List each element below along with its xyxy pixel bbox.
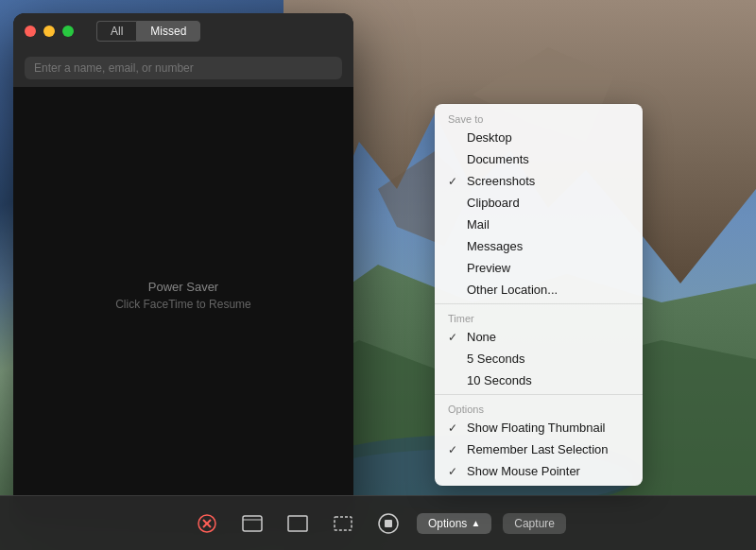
menu-item-preview[interactable]: Preview bbox=[435, 257, 643, 279]
mouse-pointer-label: Show Mouse Pointer bbox=[467, 464, 629, 478]
mail-label: Mail bbox=[467, 217, 629, 232]
options-dropdown-menu: Save to Desktop Documents ✓ Screenshots … bbox=[435, 104, 643, 486]
search-bar-container bbox=[13, 49, 353, 87]
window-capture-button[interactable] bbox=[235, 507, 269, 541]
tab-all[interactable]: All bbox=[96, 21, 136, 42]
save-to-header: Save to bbox=[435, 108, 643, 127]
menu-item-documents[interactable]: Documents bbox=[435, 148, 643, 170]
screenshots-label: Screenshots bbox=[467, 174, 629, 188]
divider-1 bbox=[435, 303, 643, 304]
record-button[interactable] bbox=[371, 507, 405, 541]
svg-rect-14 bbox=[335, 517, 352, 530]
window-titlebar: All Missed bbox=[13, 13, 353, 49]
options-header: Options bbox=[435, 398, 643, 417]
capture-button[interactable]: Capture bbox=[503, 513, 566, 534]
none-label: None bbox=[467, 330, 629, 344]
timer-header: Timer bbox=[435, 307, 643, 326]
capture-label: Capture bbox=[514, 517, 555, 530]
tab-missed[interactable]: Missed bbox=[136, 21, 200, 42]
desktop-label: Desktop bbox=[467, 130, 629, 145]
selection-capture-button[interactable] bbox=[326, 507, 360, 541]
close-traffic-light[interactable] bbox=[25, 26, 36, 37]
remember-label: Remember Last Selection bbox=[467, 442, 629, 456]
facetime-window: All Missed Power Saver Click FaceTime to… bbox=[13, 13, 353, 524]
window-tabs: All Missed bbox=[96, 21, 200, 42]
search-input[interactable] bbox=[25, 57, 342, 79]
5sec-label: 5 Seconds bbox=[467, 352, 629, 366]
menu-item-clipboard[interactable]: Clipboard bbox=[435, 192, 643, 214]
remember-checkmark: ✓ bbox=[448, 443, 461, 456]
menu-item-desktop[interactable]: Desktop bbox=[435, 127, 643, 148]
options-button[interactable]: Options ▲ bbox=[417, 513, 491, 534]
menu-item-messages[interactable]: Messages bbox=[435, 235, 643, 257]
bottom-toolbar: Options ▲ Capture bbox=[0, 495, 756, 550]
thumbnail-label: Show Floating Thumbnail bbox=[467, 421, 629, 435]
divider-2 bbox=[435, 394, 643, 395]
menu-item-10-seconds[interactable]: 10 Seconds bbox=[435, 370, 643, 391]
other-location-label: Other Location... bbox=[467, 283, 629, 297]
svg-rect-16 bbox=[385, 520, 392, 527]
mouse-pointer-checkmark: ✓ bbox=[448, 465, 461, 478]
menu-item-remember-selection[interactable]: ✓ Remember Last Selection bbox=[435, 438, 643, 460]
svg-rect-11 bbox=[243, 516, 262, 531]
fullscreen-capture-button[interactable] bbox=[281, 507, 315, 541]
minimize-traffic-light[interactable] bbox=[43, 26, 55, 37]
resume-label: Click FaceTime to Resume bbox=[115, 298, 251, 311]
menu-item-5-seconds[interactable]: 5 Seconds bbox=[435, 348, 643, 370]
menu-item-show-mouse-pointer[interactable]: ✓ Show Mouse Pointer bbox=[435, 460, 643, 482]
messages-label: Messages bbox=[467, 239, 629, 253]
svg-rect-13 bbox=[288, 516, 307, 531]
menu-item-screenshots[interactable]: ✓ Screenshots bbox=[435, 170, 643, 192]
10sec-label: 10 Seconds bbox=[467, 373, 629, 387]
menu-item-none[interactable]: ✓ None bbox=[435, 326, 643, 348]
screenshots-checkmark: ✓ bbox=[448, 175, 461, 188]
preview-label: Preview bbox=[467, 261, 629, 275]
maximize-traffic-light[interactable] bbox=[62, 26, 74, 37]
window-content: Power Saver Click FaceTime to Resume bbox=[13, 87, 353, 503]
thumbnail-checkmark: ✓ bbox=[448, 421, 461, 435]
none-checkmark: ✓ bbox=[448, 331, 461, 344]
menu-item-other-location[interactable]: Other Location... bbox=[435, 279, 643, 301]
menu-item-show-thumbnail[interactable]: ✓ Show Floating Thumbnail bbox=[435, 417, 643, 438]
clipboard-label: Clipboard bbox=[467, 196, 629, 210]
power-saver-label: Power Saver bbox=[148, 280, 218, 294]
options-chevron-icon: ▲ bbox=[471, 518, 480, 528]
documents-label: Documents bbox=[467, 152, 629, 166]
menu-item-mail[interactable]: Mail bbox=[435, 214, 643, 235]
stop-recording-button[interactable] bbox=[190, 507, 224, 541]
options-label: Options bbox=[428, 517, 467, 530]
